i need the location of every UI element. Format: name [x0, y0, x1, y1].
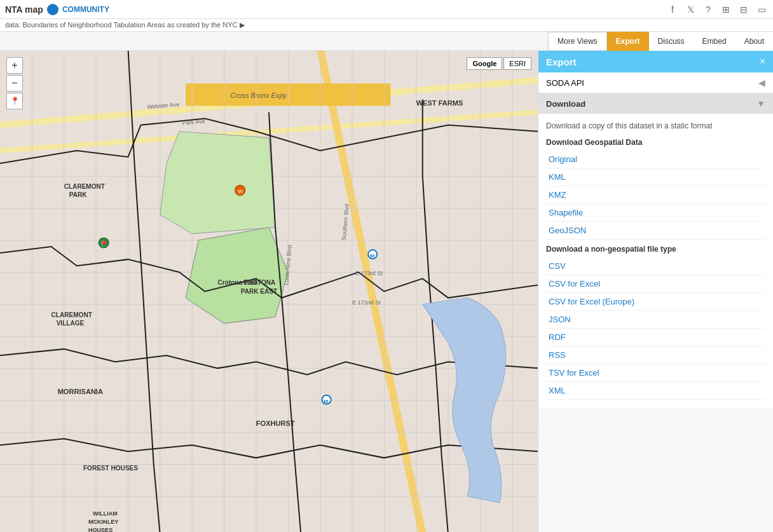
download-shapefile[interactable]: Shapefile — [546, 204, 765, 222]
map-pin-button[interactable]: 📍 — [6, 93, 23, 109]
zoom-in-button[interactable]: + — [6, 57, 23, 74]
soda-api-row[interactable]: SODA API ◀ — [538, 72, 773, 93]
tab-embed[interactable]: Embed — [694, 32, 735, 51]
help-icon[interactable]: ? — [702, 3, 715, 16]
svg-text:WILLIAM: WILLIAM — [93, 510, 118, 517]
svg-text:M: M — [370, 253, 374, 259]
svg-text:WEST FARMS: WEST FARMS — [416, 99, 463, 107]
download-csv-excel[interactable]: CSV for Excel — [546, 275, 765, 293]
subtitle-bar: data: Boundaries of Neighborhood Tabulat… — [0, 19, 773, 32]
download-geojson[interactable]: GeoJSON — [546, 222, 765, 240]
download-json[interactable]: JSON — [546, 311, 765, 329]
svg-text:PARK: PARK — [69, 191, 87, 198]
tab-export[interactable]: Export — [607, 32, 649, 51]
tab-more-views[interactable]: More Views — [548, 32, 606, 51]
svg-text:M: M — [324, 399, 329, 404]
main-content: Cross Bronx Expy — [0, 51, 773, 532]
download-arrow: ▼ — [756, 99, 765, 109]
svg-text:CLAREMONT: CLAREMONT — [51, 311, 93, 318]
download-kml[interactable]: KML — [546, 168, 765, 186]
svg-text:Cross Bronx Expy: Cross Bronx Expy — [231, 92, 288, 99]
google-map-button[interactable]: Google — [467, 57, 502, 70]
export-sidebar: Export × SODA API ◀ Download ▼ Download … — [538, 51, 773, 532]
svg-text:W: W — [238, 188, 243, 194]
download-section-header[interactable]: Download ▼ — [538, 93, 773, 114]
nav-tabs: More Views Export Discuss Embed About — [0, 32, 773, 51]
download-csv[interactable]: CSV — [546, 257, 765, 275]
geospatial-heading: Download Geospatial Data — [546, 138, 765, 147]
svg-text:PARK EAST: PARK EAST — [241, 288, 278, 295]
grid-view-icon[interactable]: ⊞ — [720, 3, 732, 16]
export-close-button[interactable]: × — [760, 56, 765, 67]
tab-discuss[interactable]: Discuss — [649, 32, 694, 51]
export-panel-header: Export × — [538, 51, 773, 72]
download-csv-excel-europe[interactable]: CSV for Excel (Europe) — [546, 293, 765, 311]
soda-api-label: SODA API — [546, 78, 584, 88]
svg-text:FOXHURST: FOXHURST — [256, 419, 295, 427]
community-badge: COMMUNITY — [62, 5, 109, 14]
download-content: Download a copy of this dataset in a sta… — [538, 114, 773, 407]
export-title: Export — [546, 57, 577, 67]
twitter-icon[interactable]: 𝕏 — [684, 3, 697, 16]
map-placeholder: Cross Bronx Expy — [0, 51, 538, 532]
download-rss[interactable]: RSS — [546, 346, 765, 364]
download-rdf[interactable]: RDF — [546, 329, 765, 346]
svg-text:MORRISANIA: MORRISANIA — [58, 388, 103, 395]
svg-text:🚩: 🚩 — [101, 240, 109, 248]
soda-api-arrow: ◀ — [758, 78, 765, 88]
svg-text:MCKINLEY: MCKINLEY — [88, 519, 118, 525]
tab-about[interactable]: About — [735, 32, 773, 51]
app-header: NTA map 👤 COMMUNITY f 𝕏 ? ⊞ ⊟ ▭ — [0, 0, 773, 19]
svg-text:E 172nd St: E 172nd St — [352, 299, 381, 306]
nongeospatial-heading: Download a non-geospatial file type — [546, 245, 765, 254]
map-type-buttons: Google ESRI — [467, 57, 531, 70]
svg-text:E 173rd St: E 173rd St — [355, 270, 383, 276]
svg-text:CLAREMONT: CLAREMONT — [64, 183, 106, 190]
download-xml[interactable]: XML — [546, 382, 765, 400]
header-left: NTA map 👤 COMMUNITY — [5, 4, 109, 15]
download-kmz[interactable]: KMZ — [546, 186, 765, 204]
map-svg: Cross Bronx Expy — [0, 51, 538, 532]
download-original[interactable]: Original — [546, 151, 765, 168]
svg-text:FOREST HOUSES: FOREST HOUSES — [83, 465, 138, 472]
download-label: Download — [546, 99, 585, 109]
map-area[interactable]: Cross Bronx Expy — [0, 51, 538, 532]
subtitle-text: data: Boundaries of Neighborhood Tabulat… — [5, 21, 245, 29]
map-controls: + − 📍 — [6, 57, 23, 109]
app-title: NTA map — [5, 4, 43, 15]
svg-text:HOUSES: HOUSES — [88, 527, 113, 532]
svg-marker-33 — [160, 132, 275, 234]
zoom-out-button[interactable]: − — [6, 75, 23, 92]
single-view-icon[interactable]: ▭ — [755, 3, 768, 16]
svg-text:VILLAGE: VILLAGE — [57, 320, 85, 327]
community-icon: 👤 — [47, 4, 58, 15]
esri-map-button[interactable]: ESRI — [503, 57, 531, 70]
facebook-icon[interactable]: f — [666, 3, 679, 16]
split-view-icon[interactable]: ⊟ — [737, 3, 750, 16]
svg-text:CROTONA: CROTONA — [243, 279, 276, 286]
download-tsv-excel[interactable]: TSV for Excel — [546, 364, 765, 382]
header-right: f 𝕏 ? ⊞ ⊟ ▭ — [666, 3, 768, 16]
download-description: Download a copy of this dataset in a sta… — [546, 121, 765, 130]
